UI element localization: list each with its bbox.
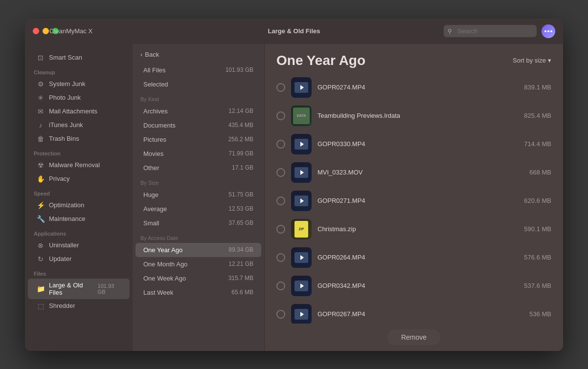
uninstall-icon: ⊗ bbox=[37, 241, 45, 249]
filter-last-week[interactable]: Last Week 65.6 MB bbox=[136, 285, 261, 300]
file-list: GOPR0274.MP4 839.1 MB DATA Teambuilding … bbox=[265, 73, 563, 324]
content-area: ⊡ Smart Scan Cleanup ⚙ System Junk ✳ Pho… bbox=[25, 44, 563, 351]
file-checkbox-3[interactable] bbox=[276, 140, 285, 149]
sidebar-label-malware-removal: Malware Removal bbox=[49, 161, 100, 169]
sidebar-item-large-old-files[interactable]: 📁 Large & Old Files 101.93 GB bbox=[28, 279, 130, 299]
sidebar-item-uninstaller[interactable]: ⊗ Uninstaller bbox=[28, 239, 130, 252]
file-size-4: 668 MB bbox=[529, 169, 551, 176]
sidebar-section-applications: Applications bbox=[25, 226, 133, 239]
sidebar-item-maintenance[interactable]: 🔧 Maintenance bbox=[28, 212, 130, 226]
file-size-3: 714.4 MB bbox=[524, 140, 551, 148]
file-icon-6: ZIP bbox=[291, 219, 312, 239]
filter-section-by-kind: By Kind bbox=[133, 91, 264, 104]
remove-button[interactable]: Remove bbox=[387, 329, 440, 345]
sidebar-item-system-junk[interactable]: ⚙ System Junk bbox=[28, 77, 130, 91]
file-checkbox-5[interactable] bbox=[276, 196, 285, 205]
sidebar-item-photo-junk[interactable]: ✳ Photo Junk bbox=[28, 91, 130, 105]
sidebar-item-smart-scan[interactable]: ⊡ Smart Scan bbox=[28, 51, 130, 65]
table-row[interactable]: DATA Teambuilding Previews.lrdata 825.4 … bbox=[271, 102, 557, 130]
filter-selected[interactable]: Selected bbox=[136, 77, 261, 91]
sidebar-item-privacy[interactable]: ✋ Privacy bbox=[28, 172, 130, 186]
sidebar-item-shredder[interactable]: ⬚ Shredder bbox=[28, 299, 130, 313]
avatar-button[interactable] bbox=[542, 24, 555, 38]
sidebar-section-cleanup: Cleanup bbox=[25, 65, 133, 77]
filter-one-month-ago[interactable]: One Month Ago 12.21 GB bbox=[136, 257, 261, 271]
filter-pictures[interactable]: Pictures 256.2 MB bbox=[136, 132, 261, 147]
filter-small-label: Small bbox=[143, 219, 159, 227]
avatar-dot-3 bbox=[550, 30, 552, 32]
filter-movies-size: 71.99 GB bbox=[228, 150, 253, 157]
filter-documents-label: Documents bbox=[143, 122, 176, 129]
file-checkbox-8[interactable] bbox=[276, 282, 285, 290]
table-row[interactable]: GOPR0267.MP4 536 MB bbox=[271, 300, 557, 324]
close-button[interactable] bbox=[33, 28, 39, 34]
file-size-8: 537.6 MB bbox=[524, 282, 551, 289]
file-size-6: 590.1 MB bbox=[524, 225, 551, 233]
file-size-1: 839.1 MB bbox=[524, 84, 551, 91]
filter-section-by-access-date: By Access Date bbox=[133, 230, 264, 243]
file-checkbox-6[interactable] bbox=[276, 225, 285, 234]
sidebar-section-speed: Speed bbox=[25, 186, 133, 198]
main-header: One Year Ago Sort by size ▾ bbox=[265, 44, 563, 73]
shredder-icon: ⬚ bbox=[37, 302, 45, 310]
file-name-5: GOPR0271.MP4 bbox=[317, 197, 518, 204]
filter-one-year-ago-size: 89.34 GB bbox=[228, 246, 253, 253]
filter-movies-label: Movies bbox=[143, 150, 163, 157]
back-button[interactable]: ‹ Back bbox=[133, 44, 264, 63]
filter-one-week-ago[interactable]: One Week Ago 315.7 MB bbox=[136, 271, 261, 285]
sidebar-label-trash-bins: Trash Bins bbox=[49, 135, 79, 142]
filter-archives[interactable]: Archives 12.14 GB bbox=[136, 104, 261, 118]
search-wrapper: ⚲ bbox=[444, 25, 537, 37]
minimize-button[interactable] bbox=[43, 28, 49, 34]
filter-average[interactable]: Average 12.53 GB bbox=[136, 202, 261, 216]
sidebar-item-mail-attachments[interactable]: ✉ Mail Attachments bbox=[28, 105, 130, 118]
filter-all-files-size: 101.93 GB bbox=[226, 66, 253, 73]
filter-documents-size: 435.4 MB bbox=[228, 122, 253, 129]
file-checkbox-1[interactable] bbox=[276, 83, 285, 92]
file-checkbox-4[interactable] bbox=[276, 168, 285, 177]
sort-chevron-icon: ▾ bbox=[548, 57, 551, 64]
table-row[interactable]: GOPR0264.MP4 576.6 MB bbox=[271, 243, 557, 272]
filter-all-files[interactable]: All Files 101.93 GB bbox=[136, 63, 261, 77]
file-size-7: 576.6 MB bbox=[524, 254, 551, 261]
table-row[interactable]: GOPR0271.MP4 620.6 MB bbox=[271, 187, 557, 215]
file-size-9: 536 MB bbox=[529, 310, 551, 318]
filter-all-files-label: All Files bbox=[143, 66, 166, 74]
table-row[interactable]: ZIP Christmas.zip 590.1 MB bbox=[271, 215, 557, 243]
main-panel: One Year Ago Sort by size ▾ GOPR0274.MP4… bbox=[265, 44, 563, 351]
filter-one-year-ago[interactable]: One Year Ago 89.34 GB bbox=[136, 243, 261, 257]
file-checkbox-7[interactable] bbox=[276, 253, 285, 262]
file-icon-1 bbox=[291, 77, 312, 98]
file-icon-8 bbox=[291, 276, 312, 296]
table-row[interactable]: GOPR0342.MP4 537.6 MB bbox=[271, 272, 557, 300]
table-row[interactable]: MVI_0323.MOV 668 MB bbox=[271, 158, 557, 187]
sidebar-item-optimization[interactable]: ⚡ Optimization bbox=[28, 198, 130, 212]
filter-other[interactable]: Other 17.1 GB bbox=[136, 161, 261, 175]
filter-huge-label: Huge bbox=[143, 191, 158, 198]
file-icon-9 bbox=[291, 304, 312, 324]
wrench-icon: 🔧 bbox=[37, 215, 45, 223]
back-chevron-icon: ‹ bbox=[140, 51, 142, 58]
file-checkbox-9[interactable] bbox=[276, 310, 285, 319]
sidebar-item-updater[interactable]: ↻ Updater bbox=[28, 252, 130, 266]
sidebar-item-trash-bins[interactable]: 🗑 Trash Bins bbox=[28, 132, 130, 146]
filter-huge[interactable]: Huge 51.75 GB bbox=[136, 188, 261, 202]
table-row[interactable]: GOPR0274.MP4 839.1 MB bbox=[271, 73, 557, 102]
filter-one-month-ago-label: One Month Ago bbox=[143, 260, 187, 268]
filter-one-month-ago-size: 12.21 GB bbox=[228, 260, 253, 267]
sort-button[interactable]: Sort by size ▾ bbox=[513, 53, 551, 64]
file-name-1: GOPR0274.MP4 bbox=[317, 84, 518, 91]
filter-small[interactable]: Small 37.65 GB bbox=[136, 216, 261, 230]
sidebar-label-maintenance: Maintenance bbox=[49, 215, 85, 222]
sidebar-item-malware-removal[interactable]: ☢ Malware Removal bbox=[28, 158, 130, 172]
sliders-icon: ⚡ bbox=[37, 201, 45, 209]
filter-movies[interactable]: Movies 71.99 GB bbox=[136, 147, 261, 161]
file-icon-4 bbox=[291, 162, 312, 183]
filter-documents[interactable]: Documents 435.4 MB bbox=[136, 118, 261, 132]
search-input[interactable] bbox=[444, 25, 537, 37]
file-checkbox-2[interactable] bbox=[276, 111, 285, 120]
sidebar-item-itunes-junk[interactable]: ♪ iTunes Junk bbox=[28, 118, 130, 132]
table-row[interactable]: GOPR0330.MP4 714.4 MB bbox=[271, 130, 557, 158]
filter-last-week-size: 65.6 MB bbox=[231, 289, 253, 296]
filter-one-year-ago-label: One Year Ago bbox=[143, 246, 182, 254]
